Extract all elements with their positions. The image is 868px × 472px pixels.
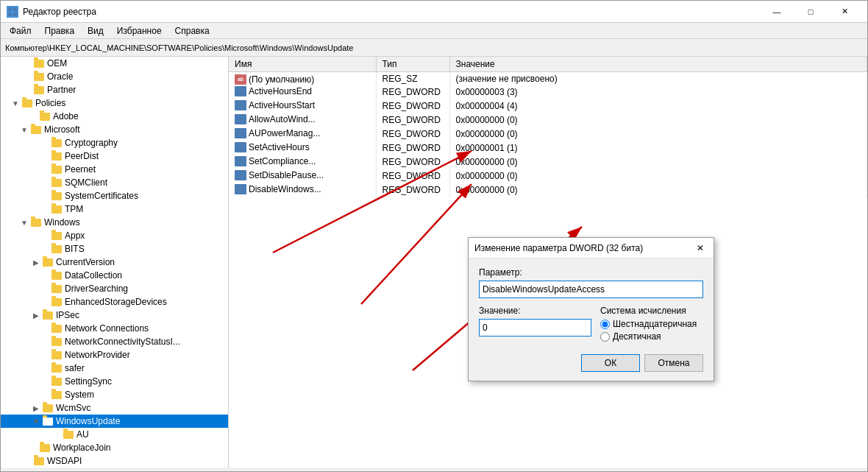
maximize-button[interactable]: □ <box>794 1 828 23</box>
tree-item-ipsec[interactable]: ▶ IPSec <box>1 309 228 322</box>
tree-item-oracle[interactable]: Oracle <box>1 70 228 83</box>
tree-item-safer[interactable]: safer <box>1 362 228 375</box>
expand-workplacejoin <box>27 442 39 454</box>
ok-button[interactable]: ОК <box>581 354 640 372</box>
dialog-close-button[interactable]: ✕ <box>693 241 708 256</box>
cell-name: SetActiveHours <box>229 141 376 155</box>
radio-dec-input[interactable] <box>600 332 610 342</box>
cell-value: 0x00000000 (0) <box>449 155 867 169</box>
folder-icon <box>51 177 63 188</box>
tree-item-oem[interactable]: OEM <box>1 57 228 70</box>
minimize-button[interactable]: — <box>760 1 794 23</box>
folder-icon <box>51 138 63 148</box>
tree-item-windowsupdate[interactable]: ▼ WindowsUpdate <box>1 415 228 428</box>
radio-dec-label: Десятичная <box>613 331 661 342</box>
folder-icon <box>33 85 45 95</box>
tree-item-bits[interactable]: BITS <box>1 242 228 256</box>
tree-label: Microsoft <box>44 124 80 135</box>
reg-value-name: AUPowerManag... <box>249 128 320 138</box>
param-input[interactable] <box>479 281 703 298</box>
tree-item-windows[interactable]: ▼ Windows <box>1 216 228 229</box>
table-row[interactable]: AllowAutoWind... REG_DWORD 0x00000000 (0… <box>229 113 867 127</box>
tree-label: OEM <box>47 58 67 68</box>
tree-item-settingsync[interactable]: SettingSync <box>1 375 228 388</box>
cell-value: 0x00000000 (0) <box>449 113 867 127</box>
table-row[interactable]: ActiveHoursEnd REG_DWORD 0x00000003 (3) <box>229 85 867 99</box>
table-row[interactable]: SetDisablePause... REG_DWORD 0x00000000 … <box>229 169 867 183</box>
dialog-title-bar: Изменение параметра DWORD (32 бита) ✕ <box>469 238 714 258</box>
tree-item-partner[interactable]: Partner <box>1 83 228 96</box>
table-row[interactable]: ab (По умолчанию) REG_SZ (значение не пр… <box>229 71 867 85</box>
tree-item-datacollection[interactable]: DataCollection <box>1 269 228 282</box>
reg-value-icon: ab <box>235 74 246 85</box>
expand-peerdist <box>39 150 51 162</box>
tree-item-sqmclient[interactable]: SQMClient <box>1 176 228 189</box>
reg-value-name: ActiveHoursStart <box>249 100 315 110</box>
table-row[interactable]: SetCompliance... REG_DWORD 0x00000000 (0… <box>229 155 867 169</box>
svg-rect-2 <box>8 13 12 16</box>
expand-bits <box>39 243 51 255</box>
tree-item-driversearching[interactable]: DriverSearching <box>1 282 228 295</box>
expand-oracle <box>21 71 33 82</box>
tree-item-enhancedstorage[interactable]: EnhancedStorageDevices <box>1 295 228 309</box>
tree-item-microsoft[interactable]: ▼ Microsoft <box>1 123 228 136</box>
reg-value-icon <box>235 156 246 166</box>
expand-driversearching <box>39 283 51 295</box>
folder-icon <box>42 310 54 320</box>
folder-icon <box>21 98 33 108</box>
cell-value: 0x00000003 (3) <box>449 85 867 99</box>
close-button[interactable]: ✕ <box>828 1 861 23</box>
menu-favorites[interactable]: Избранное <box>111 24 168 38</box>
table-row[interactable]: ActiveHoursStart REG_DWORD 0x00000004 (4… <box>229 99 867 113</box>
tree-item-appx[interactable]: Appx <box>1 229 228 242</box>
tree-item-workplacejoin[interactable]: WorkplaceJoin <box>1 441 228 454</box>
table-row[interactable]: DisableWindows... REG_DWORD 0x00000000 (… <box>229 183 867 197</box>
table-row[interactable]: AUPowerManag... REG_DWORD 0x00000000 (0) <box>229 127 867 141</box>
expand-partner <box>21 84 33 96</box>
tree-item-networkprovider[interactable]: NetworkProvider <box>1 348 228 362</box>
tree-label: Partner <box>47 85 76 95</box>
address-bar: Компьютер\HKEY_LOCAL_MACHINE\SOFTWARE\Po… <box>1 39 867 57</box>
cell-name: SetCompliance... <box>229 155 376 169</box>
reg-value-icon <box>235 184 246 194</box>
tree-item-wsdapi[interactable]: WSDAPI <box>1 454 228 468</box>
tree-item-currentversion[interactable]: ▶ CurrentVersion <box>1 256 228 269</box>
tree-item-wcmsvc[interactable]: ▶ WcmSvc <box>1 401 228 415</box>
radio-hex[interactable]: Шестнадцатеричная <box>600 319 703 329</box>
tree-label: DataCollection <box>65 270 122 281</box>
value-input[interactable] <box>479 319 591 337</box>
expand-windowsupdate: ▼ <box>30 415 42 427</box>
tree-item-au[interactable]: AU <box>1 428 228 441</box>
tree-item-cryptography[interactable]: Cryptography <box>1 136 228 149</box>
tree-panel[interactable]: OEM Oracle Partner ▼ <box>1 57 229 468</box>
tree-item-peernet[interactable]: Peernet <box>1 163 228 176</box>
tree-label: SystemCertificates <box>65 191 138 201</box>
tree-label: AU <box>77 429 89 440</box>
tree-item-networkconnections[interactable]: Network Connections <box>1 322 228 335</box>
tree-label: Policies <box>35 98 65 108</box>
radio-hex-input[interactable] <box>600 320 610 329</box>
reg-value-name: DisableWindows... <box>249 184 321 194</box>
tree-label: Oracle <box>47 71 73 82</box>
tree-item-networkconnstatus[interactable]: NetworkConnectivityStatusI... <box>1 335 228 348</box>
tree-item-tpm[interactable]: TPM <box>1 202 228 216</box>
radio-hex-label: Шестнадцатеричная <box>613 319 697 329</box>
menu-help[interactable]: Справка <box>169 24 216 38</box>
folder-icon <box>51 230 63 241</box>
folder-icon <box>42 403 54 413</box>
cancel-button[interactable]: Отмена <box>644 354 703 372</box>
tree-item-systemcertificates[interactable]: SystemCertificates <box>1 189 228 202</box>
table-row[interactable]: SetActiveHours REG_DWORD 0x00000001 (1) <box>229 141 867 155</box>
tree-item-policies[interactable]: ▼ Policies <box>1 96 228 110</box>
cell-name: DisableWindows... <box>229 183 376 197</box>
col-header-name: Имя <box>229 57 376 71</box>
menu-file[interactable]: Файл <box>4 24 38 38</box>
menu-edit[interactable]: Правка <box>39 24 81 38</box>
tree-item-peerdist[interactable]: PeerDist <box>1 149 228 163</box>
folder-icon <box>51 164 63 175</box>
expand-sqmclient <box>39 177 51 189</box>
radio-dec[interactable]: Десятичная <box>600 331 703 342</box>
tree-item-system[interactable]: System <box>1 388 228 401</box>
tree-item-adobe[interactable]: Adobe <box>1 110 228 123</box>
menu-view[interactable]: Вид <box>82 24 110 38</box>
